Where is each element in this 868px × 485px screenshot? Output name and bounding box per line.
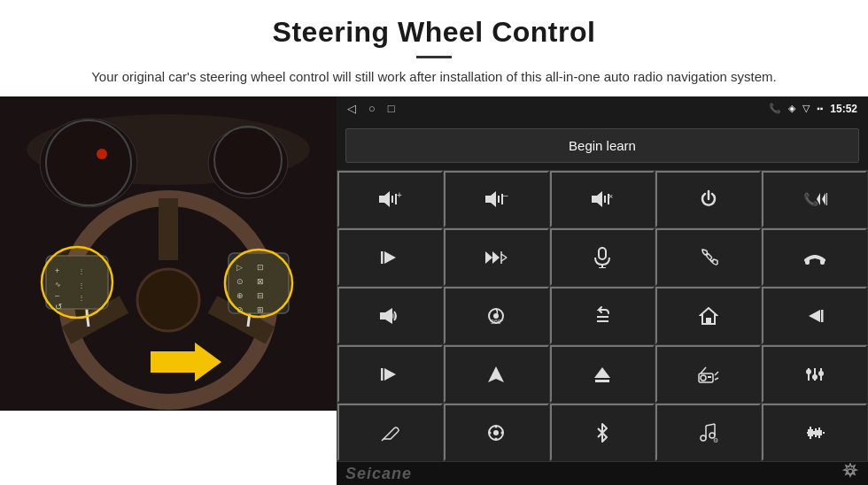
waveform-icon <box>763 405 865 459</box>
ff-button[interactable] <box>337 345 443 403</box>
svg-marker-32 <box>379 191 390 207</box>
status-time: 15:52 <box>830 103 857 115</box>
svg-marker-52 <box>492 251 500 264</box>
android-screen: ◁ ○ □ 📞 ◈ ▽ ▪▪ 15:52 Begin learn <box>337 96 868 486</box>
hangup-button[interactable] <box>762 228 867 286</box>
watermark-row: Seicane <box>337 462 868 485</box>
watermark-text: Seicane <box>345 465 412 483</box>
svg-marker-75 <box>594 367 610 378</box>
mute-button[interactable]: × <box>550 171 655 228</box>
page-wrapper: Steering Wheel Control Your original car… <box>0 0 868 485</box>
svg-point-95 <box>501 431 504 434</box>
phone-icon: 📞 <box>769 103 781 114</box>
power-icon <box>657 173 759 227</box>
svg-point-78 <box>701 375 706 381</box>
svg-text:–: – <box>503 190 508 200</box>
vol-up-button[interactable]: + <box>337 171 443 228</box>
hangup-icon <box>763 230 865 284</box>
svg-point-99 <box>701 435 706 441</box>
svg-point-2 <box>40 119 137 207</box>
svg-text:⚙: ⚙ <box>713 437 718 443</box>
vol-up-icon: + <box>339 173 441 227</box>
svg-rect-76 <box>595 380 609 382</box>
svg-marker-36 <box>485 191 496 207</box>
settings-knob-icon <box>446 405 547 459</box>
subtitle-text: Your original car's steering wheel contr… <box>89 67 779 88</box>
svg-line-80 <box>701 367 706 373</box>
voice-pen-icon <box>339 405 441 459</box>
svg-line-89 <box>382 439 384 441</box>
mic-button[interactable] <box>550 228 655 286</box>
begin-learn-button[interactable]: Begin learn <box>345 128 859 163</box>
bluetooth-button[interactable] <box>550 404 655 461</box>
horn-button[interactable] <box>337 287 443 344</box>
svg-point-93 <box>495 437 498 440</box>
recents-nav-icon[interactable]: □ <box>388 102 395 115</box>
voice-pen-button[interactable] <box>337 404 443 461</box>
svg-point-30 <box>225 250 292 317</box>
svg-line-82 <box>715 378 718 380</box>
svg-rect-49 <box>381 251 384 264</box>
eject-icon <box>552 347 654 401</box>
svg-rect-56 <box>599 248 606 259</box>
phone-icon2 <box>657 230 759 284</box>
radio-button[interactable] <box>655 345 761 403</box>
svg-marker-51 <box>485 251 492 264</box>
svg-line-53 <box>501 254 507 258</box>
svg-line-96 <box>706 424 715 426</box>
svg-marker-74 <box>488 366 504 382</box>
settings-knob-button[interactable] <box>444 404 549 461</box>
svg-text:×: × <box>608 192 613 201</box>
rew-icon <box>763 289 865 343</box>
nav-button[interactable] <box>444 345 549 403</box>
svg-rect-70 <box>821 310 824 322</box>
signal-icon: ▪▪ <box>817 104 823 113</box>
svg-rect-59 <box>805 259 810 265</box>
power-button[interactable] <box>655 171 761 228</box>
content-row: + ∿ – ↺ ⋮ ⋮ ⋮ ▷ ⊙ ⊕ ⊘ ⊡ ⊠ ⊟ <box>0 96 868 486</box>
svg-rect-72 <box>381 368 384 381</box>
page-title: Steering Wheel Control <box>18 16 850 49</box>
svg-point-92 <box>495 425 498 427</box>
rew-button[interactable] <box>762 287 867 344</box>
eq-sliders-button[interactable] <box>762 345 867 403</box>
svg-point-91 <box>493 430 499 435</box>
cam360-icon: 360° <box>446 289 547 343</box>
vol-down-button[interactable]: – <box>444 171 549 228</box>
title-divider <box>416 56 452 58</box>
music-icon: ⚙ <box>657 405 759 459</box>
back-nav-icon[interactable]: ◁ <box>347 102 356 115</box>
svg-point-6 <box>97 149 107 159</box>
svg-line-54 <box>501 258 507 261</box>
home-button[interactable] <box>655 287 761 344</box>
svg-marker-47 <box>822 193 825 205</box>
svg-point-86 <box>806 369 811 374</box>
svg-point-62 <box>390 313 395 319</box>
cam360-button[interactable]: 360° <box>444 287 549 344</box>
svg-rect-60 <box>820 259 825 265</box>
svg-rect-48 <box>826 193 827 205</box>
horn-icon <box>339 289 441 343</box>
eject-button[interactable] <box>550 345 655 403</box>
phone-button[interactable] <box>655 228 761 286</box>
svg-marker-73 <box>384 368 396 381</box>
ff-skip-button[interactable] <box>444 228 549 286</box>
location-icon: ◈ <box>788 103 795 114</box>
header-section: Steering Wheel Control Your original car… <box>0 0 868 96</box>
photo-section: + ∿ – ↺ ⋮ ⋮ ⋮ ▷ ⊙ ⊕ ⊘ ⊡ ⊠ ⊟ <box>0 96 337 411</box>
skip-next-button[interactable] <box>337 228 443 286</box>
steering-wheel-bg: + ∿ – ↺ ⋮ ⋮ ⋮ ▷ ⊙ ⊕ ⊘ ⊡ ⊠ ⊟ <box>0 96 337 411</box>
svg-line-81 <box>715 372 718 375</box>
home-nav-icon[interactable]: ○ <box>368 102 376 115</box>
steering-wheel-svg: + ∿ – ↺ ⋮ ⋮ ⋮ ▷ ⊙ ⊕ ⊘ ⊡ ⊠ ⊟ <box>0 96 337 411</box>
music-button[interactable]: ⚙ <box>655 404 761 461</box>
svg-marker-50 <box>384 251 396 264</box>
settings-gear-icon[interactable] <box>841 463 859 485</box>
skip-next-icon <box>339 230 441 284</box>
begin-learn-row: Begin learn <box>337 121 868 170</box>
back-button[interactable] <box>550 287 655 344</box>
prev-call-button[interactable]: 📞 <box>762 171 867 228</box>
waveform-button[interactable] <box>762 404 867 461</box>
nav-icon2 <box>446 347 547 401</box>
control-grid: + – <box>337 170 868 463</box>
